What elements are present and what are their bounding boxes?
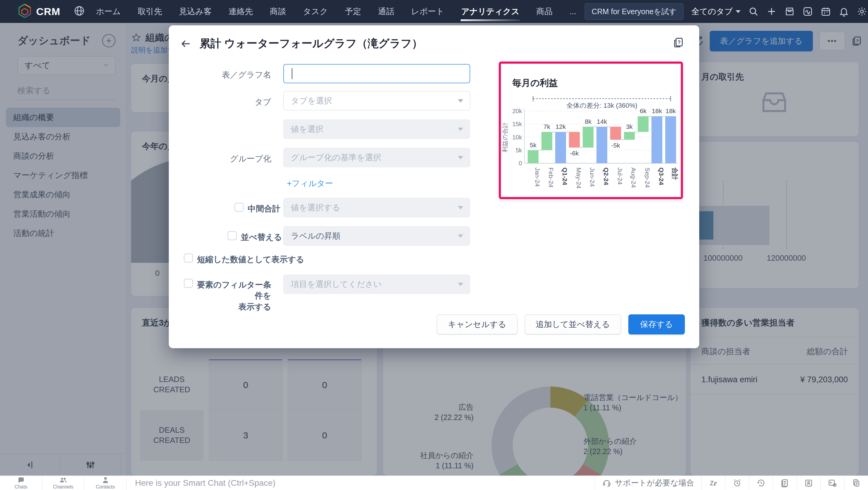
nav-item-通話[interactable]: 通話 (370, 0, 403, 23)
element-filter-checkbox[interactable] (184, 279, 193, 288)
chart-name-input[interactable] (283, 64, 470, 83)
search-icon[interactable] (748, 6, 758, 17)
svg-text:Jan-24: Jan-24 (534, 168, 541, 187)
svg-text:May-24: May-24 (575, 168, 582, 189)
nav-item-商品[interactable]: 商品 (528, 0, 561, 23)
add-filter-link[interactable]: +フィルター (287, 178, 333, 189)
add-and-sort-button[interactable]: 追加して並べ替える (525, 314, 621, 334)
nav-item-...[interactable]: ... (561, 0, 585, 23)
svg-text:Jun-24: Jun-24 (589, 168, 596, 187)
group-field-label: グループ化 (172, 153, 271, 164)
tab-field-label: タブ (172, 96, 271, 108)
trial-button[interactable]: CRM for Everyoneを試す (585, 3, 684, 20)
signals-icon[interactable] (803, 6, 813, 17)
plus-icon[interactable] (767, 6, 777, 17)
element-filter-select[interactable]: 項目を選択してください (283, 275, 470, 294)
svg-text:0: 0 (519, 160, 522, 167)
nav-item-タスク[interactable]: タスク (294, 0, 336, 23)
nav-item-連絡先[interactable]: 連絡先 (220, 0, 261, 23)
nav-item-ホーム[interactable]: ホーム (87, 0, 129, 23)
calendar-icon[interactable] (821, 6, 831, 17)
svg-text:12k: 12k (555, 123, 566, 130)
bell-icon[interactable] (839, 6, 849, 17)
element-filter-label: 要素のフィルター条件を表示する (196, 279, 271, 312)
svg-text:Q3-24: Q3-24 (658, 168, 665, 185)
tab-chats[interactable]: Chats (0, 476, 42, 490)
svg-text:全体の差分: 13k (360%): 全体の差分: 13k (360%) (566, 102, 637, 109)
svg-text:5k: 5k (530, 142, 537, 148)
svg-text:Q1-24: Q1-24 (561, 168, 568, 185)
modal-help-icon[interactable]: ? (673, 37, 684, 48)
globe-icon[interactable] (73, 5, 85, 18)
svg-text:3k: 3k (626, 123, 633, 130)
svg-text:18k: 18k (665, 108, 676, 114)
svg-text:合計: 合計 (672, 167, 678, 180)
nav-item-見込み客[interactable]: 見込み客 (170, 0, 220, 23)
notes-button[interactable] (773, 476, 797, 490)
preview-chart-title: 毎月の利益 (513, 77, 558, 89)
waterfall-chart: 05k10k15k20k利益の合計5kJan-247kFeb-2412kQ1-2… (502, 95, 680, 198)
command-center-button[interactable] (820, 476, 844, 490)
svg-text:-5k: -5k (611, 142, 620, 149)
svg-text:8k: 8k (585, 118, 592, 125)
nav-item-取引先[interactable]: 取引先 (129, 0, 170, 23)
value-select[interactable]: 値を選択 (283, 119, 470, 139)
svg-text:6k: 6k (640, 108, 647, 114)
compact-number-label: 短縮した数値として表示する (197, 254, 304, 265)
sort-checkbox[interactable] (227, 231, 237, 240)
sort-select[interactable]: ラベルの昇順 (283, 226, 470, 246)
zoho-logo-icon[interactable] (18, 4, 31, 19)
cancel-button[interactable]: キャンセルする (437, 314, 517, 334)
zia-button[interactable] (701, 476, 725, 490)
svg-text:20k: 20k (513, 108, 522, 114)
save-button[interactable]: 保存する (628, 314, 685, 334)
contact-card-button[interactable] (797, 476, 820, 490)
gear-icon[interactable] (857, 6, 867, 17)
tab-channels[interactable]: Channels (42, 476, 84, 490)
svg-text:Q2-24: Q2-24 (603, 168, 610, 185)
svg-text:Feb-24: Feb-24 (548, 168, 555, 188)
svg-text:18k: 18k (652, 108, 662, 114)
svg-text:?: ? (678, 40, 681, 45)
svg-text:5k: 5k (516, 147, 522, 153)
svg-text:Sep-24: Sep-24 (644, 168, 651, 188)
top-nav: CRM ホーム取引先見込み客連絡先商談タスク予定通話レポートアナリティクス商品.… (0, 0, 868, 23)
svg-text:14k: 14k (597, 118, 607, 125)
nav-item-商談[interactable]: 商談 (261, 0, 294, 23)
subtotal-label: 中間合計 (248, 203, 280, 214)
chart-preview: 毎月の利益 05k10k15k20k利益の合計5kJan-247kFeb-241… (499, 62, 683, 199)
compact-number-checkbox[interactable] (184, 254, 193, 262)
bottom-bar: Chats Channels Contacts Here is your Sma… (0, 475, 868, 490)
svg-text:Aug-24: Aug-24 (630, 168, 637, 188)
nav-item-予定[interactable]: 予定 (336, 0, 370, 23)
group-select[interactable]: グループ化の基準を選択 (283, 148, 470, 167)
smart-chat-input[interactable]: Here is your Smart Chat (Ctrl+Space) (127, 476, 595, 490)
nav-item-アナリティクス[interactable]: アナリティクス (453, 0, 528, 23)
all-tabs-dropdown[interactable]: 全てのタブ (691, 6, 741, 17)
app-root: CRM ホーム取引先見込み客連絡先商談タスク予定通話レポートアナリティクス商品.… (0, 0, 868, 490)
nav-items: ホーム取引先見込み客連絡先商談タスク予定通話レポートアナリティクス商品... (87, 0, 585, 23)
subtotal-select[interactable]: 値を選択する (283, 198, 470, 217)
waterfall-chart-modal: 累計 ウォーターフォールグラフ（滝グラフ） ? 表／グラフ名 タブ タブを選択 … (169, 25, 699, 348)
subtotal-checkbox[interactable] (235, 203, 244, 212)
svg-text:利益の合計: 利益の合計 (502, 122, 508, 152)
svg-text:15k: 15k (513, 121, 522, 127)
copy-button[interactable] (844, 476, 868, 490)
nav-item-レポート[interactable]: レポート (403, 0, 453, 23)
headset-icon (602, 479, 611, 488)
back-arrow-icon[interactable] (180, 38, 192, 50)
reminder-button[interactable] (725, 476, 749, 490)
svg-text:10k: 10k (513, 134, 522, 141)
sort-label: 並べ替える (241, 232, 282, 242)
svg-text:7k: 7k (544, 123, 550, 130)
svg-text:Jul-24: Jul-24 (617, 168, 624, 185)
svg-text:-6k: -6k (570, 150, 579, 156)
history-button[interactable] (749, 476, 773, 490)
tab-contacts[interactable]: Contacts (84, 476, 127, 490)
name-field-label: 表／グラフ名 (172, 69, 271, 80)
marketplace-icon[interactable] (784, 6, 795, 17)
nav-right: CRM for Everyoneを試す 全てのタブ (585, 3, 868, 20)
tab-select[interactable]: タブを選択 (283, 91, 470, 110)
support-button[interactable]: サポートが必要な場合 (595, 476, 701, 490)
app-title: CRM (36, 6, 60, 18)
